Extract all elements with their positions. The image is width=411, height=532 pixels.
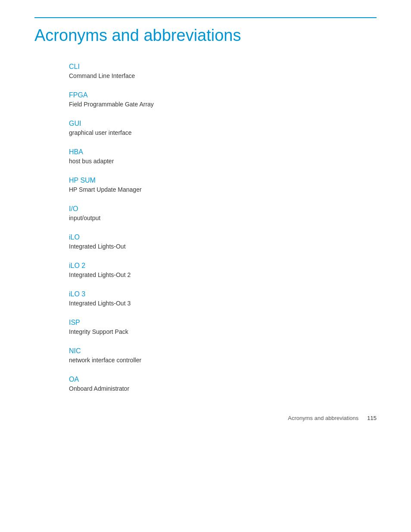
acronym-definition: input/output xyxy=(69,215,377,221)
page-title: Acronyms and abbreviations xyxy=(34,26,377,46)
acronym-definition: Field Programmable Gate Array xyxy=(69,101,377,108)
acronym-term: HBA xyxy=(69,148,377,156)
acronym-term: OA xyxy=(69,376,377,383)
acronym-term: iLO xyxy=(69,233,377,241)
footer-page-number: 115 xyxy=(367,415,377,421)
acronym-term: CLI xyxy=(69,63,377,71)
acronym-definition: graphical user interface xyxy=(69,129,377,136)
acronym-entry: I/Oinput/output xyxy=(69,205,377,221)
acronym-list: CLICommand Line InterfaceFPGAField Progr… xyxy=(34,63,377,392)
acronym-entry: iLO 3Integrated Lights-Out 3 xyxy=(69,290,377,307)
acronym-entry: OAOnboard Administrator xyxy=(69,376,377,392)
acronym-entry: ISPIntegrity Support Pack xyxy=(69,319,377,335)
acronym-term: HP SUM xyxy=(69,177,377,184)
acronym-definition: Integrity Support Pack xyxy=(69,328,377,335)
page-container: Acronyms and abbreviations CLICommand Li… xyxy=(0,0,411,439)
acronym-term: ISP xyxy=(69,319,377,327)
acronym-entry: CLICommand Line Interface xyxy=(69,63,377,79)
acronym-definition: network interface controller xyxy=(69,357,377,364)
acronym-entry: HBAhost bus adapter xyxy=(69,148,377,165)
acronym-entry: HP SUMHP Smart Update Manager xyxy=(69,177,377,193)
acronym-term: iLO 3 xyxy=(69,290,377,298)
acronym-definition: Integrated Lights-Out 3 xyxy=(69,300,377,307)
acronym-term: GUI xyxy=(69,120,377,128)
top-rule xyxy=(34,17,377,18)
acronym-term: iLO 2 xyxy=(69,262,377,270)
acronym-definition: Integrated Lights-Out xyxy=(69,243,377,250)
acronym-term: NIC xyxy=(69,347,377,355)
acronym-term: I/O xyxy=(69,205,377,213)
acronym-definition: Command Line Interface xyxy=(69,72,377,79)
acronym-definition: Integrated Lights-Out 2 xyxy=(69,271,377,278)
acronym-entry: iLO 2Integrated Lights-Out 2 xyxy=(69,262,377,278)
page-footer: Acronyms and abbreviations 115 xyxy=(288,415,377,421)
acronym-definition: HP Smart Update Manager xyxy=(69,186,377,193)
acronym-entry: iLOIntegrated Lights-Out xyxy=(69,233,377,250)
acronym-entry: FPGAField Programmable Gate Array xyxy=(69,91,377,108)
acronym-entry: GUIgraphical user interface xyxy=(69,120,377,136)
acronym-definition: host bus adapter xyxy=(69,158,377,165)
acronym-definition: Onboard Administrator xyxy=(69,385,377,392)
acronym-entry: NICnetwork interface controller xyxy=(69,347,377,364)
acronym-term: FPGA xyxy=(69,91,377,99)
footer-label: Acronyms and abbreviations xyxy=(288,415,358,421)
